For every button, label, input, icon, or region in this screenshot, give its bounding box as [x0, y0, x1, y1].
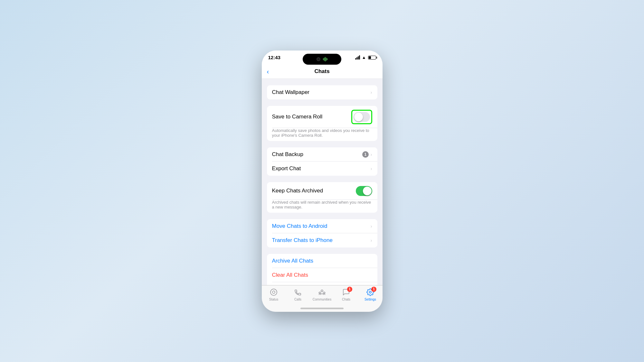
- camera-roll-label: Save to Camera Roll: [272, 114, 323, 120]
- back-button[interactable]: ‹: [267, 68, 269, 75]
- tab-calls[interactable]: Calls: [286, 287, 310, 301]
- dynamic-island: [303, 54, 341, 65]
- wallpaper-section: Chat Wallpaper ›: [262, 85, 383, 99]
- archive-section: Keep Chats Archived Archived chats will …: [262, 182, 383, 213]
- backup-badge: 1: [362, 151, 369, 158]
- danger-group: Archive All Chats Clear All Chats Delete…: [267, 254, 377, 285]
- transfer-group: Move Chats to Android › Transfer Chats t…: [267, 219, 377, 247]
- status-icon: [270, 288, 278, 296]
- chevron-left-icon: ‹: [267, 68, 269, 75]
- nav-bar: ‹ Chats: [262, 65, 383, 79]
- backup-cell-right: 1 ›: [362, 151, 372, 158]
- backup-section: Chat Backup 1 › Export Chat ›: [262, 147, 383, 176]
- svg-point-1: [272, 291, 275, 293]
- calls-icon-wrap: [293, 287, 303, 297]
- chats-tab-label: Chats: [342, 298, 350, 301]
- archive-group: Keep Chats Archived Archived chats will …: [267, 182, 377, 213]
- status-icon-wrap: [269, 287, 279, 297]
- tab-communities[interactable]: Communities: [310, 287, 334, 301]
- home-indicator: [300, 308, 344, 309]
- tab-status[interactable]: Status: [262, 287, 286, 301]
- chevron-right-icon: ›: [371, 166, 372, 171]
- status-time: 12:43: [268, 55, 280, 60]
- transfer-to-iphone-label: Transfer Chats to iPhone: [272, 237, 333, 244]
- clear-all-cell[interactable]: Clear All Chats: [267, 268, 377, 282]
- move-to-android-cell[interactable]: Move Chats to Android ›: [267, 219, 377, 233]
- battery-icon: [368, 56, 376, 60]
- chat-wallpaper-label: Chat Wallpaper: [272, 89, 310, 96]
- chevron-right-icon: ›: [371, 90, 372, 95]
- export-chat-cell[interactable]: Export Chat ›: [267, 162, 377, 176]
- chat-backup-label: Chat Backup: [272, 151, 303, 158]
- settings-tab-label: Settings: [365, 298, 376, 301]
- audio-indicator: [323, 57, 327, 61]
- toggle-highlight-box: [351, 110, 372, 124]
- chats-badge: 1: [347, 287, 352, 292]
- camera-indicator: [317, 57, 320, 61]
- signal-icon: [355, 55, 360, 60]
- communities-icon-wrap: [317, 287, 327, 297]
- transfer-section: Move Chats to Android › Transfer Chats t…: [262, 219, 383, 247]
- toggle-thumb: [354, 113, 363, 121]
- keep-archived-label: Keep Chats Archived: [272, 188, 323, 194]
- wifi-icon: ▲: [362, 55, 366, 60]
- chevron-right-icon: ›: [371, 152, 372, 157]
- calls-icon: [294, 288, 302, 296]
- keep-archived-subtitle: Archived chats will remain archived when…: [267, 200, 377, 213]
- archive-all-label: Archive All Chats: [272, 258, 314, 264]
- camera-roll-subtitle: Automatically save photos and videos you…: [267, 128, 377, 141]
- phone-frame: 12:43 ▲ ‹: [262, 51, 383, 312]
- status-tab-label: Status: [269, 298, 278, 301]
- keep-archived-cell[interactable]: Keep Chats Archived: [267, 182, 377, 200]
- clear-all-label: Clear All Chats: [272, 272, 308, 278]
- calls-tab-label: Calls: [294, 298, 301, 301]
- svg-point-5: [369, 291, 371, 293]
- chat-wallpaper-cell[interactable]: Chat Wallpaper ›: [267, 85, 377, 99]
- page-title: Chats: [314, 68, 329, 75]
- export-chat-label: Export Chat: [272, 165, 301, 172]
- backup-group: Chat Backup 1 › Export Chat ›: [267, 147, 377, 176]
- settings-badge: 1: [371, 287, 376, 292]
- svg-point-4: [324, 292, 325, 293]
- tab-settings[interactable]: 1 Settings: [358, 287, 383, 301]
- chats-icon-wrap: 1: [341, 287, 351, 297]
- settings-content: Chat Wallpaper › Save to Camera Roll Aut…: [262, 79, 383, 285]
- archive-all-cell[interactable]: Archive All Chats: [267, 254, 377, 268]
- move-to-android-label: Move Chats to Android: [272, 223, 327, 229]
- svg-point-3: [319, 292, 321, 293]
- transfer-to-iphone-cell[interactable]: Transfer Chats to iPhone ›: [267, 233, 377, 247]
- settings-icon-wrap: 1: [365, 287, 375, 297]
- toggle-thumb: [363, 187, 372, 195]
- camera-roll-cell[interactable]: Save to Camera Roll: [267, 106, 377, 128]
- chat-backup-cell[interactable]: Chat Backup 1 ›: [267, 147, 377, 162]
- svg-point-2: [321, 290, 323, 292]
- camera-roll-group: Save to Camera Roll Automatically save p…: [267, 106, 377, 141]
- chevron-right-icon: ›: [371, 238, 372, 243]
- keep-archived-toggle[interactable]: [356, 186, 372, 196]
- communities-icon: [318, 288, 326, 296]
- chevron-right-icon: ›: [371, 224, 372, 229]
- status-bar: 12:43 ▲: [262, 51, 383, 65]
- wallpaper-group: Chat Wallpaper ›: [267, 85, 377, 99]
- camera-roll-toggle[interactable]: [354, 112, 370, 122]
- camera-roll-section: Save to Camera Roll Automatically save p…: [262, 106, 383, 141]
- tab-chats[interactable]: 1 Chats: [334, 287, 358, 301]
- svg-point-0: [270, 289, 277, 295]
- communities-tab-label: Communities: [313, 298, 331, 301]
- danger-section: Archive All Chats Clear All Chats Delete…: [262, 254, 383, 285]
- delete-all-cell[interactable]: Delete All Chats: [267, 282, 377, 285]
- status-icons: ▲: [355, 55, 376, 60]
